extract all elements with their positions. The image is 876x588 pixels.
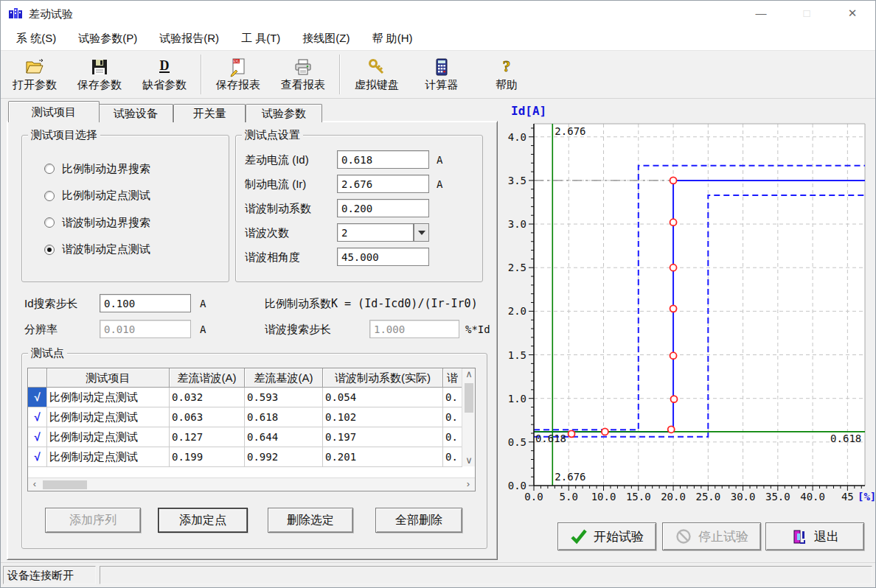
harmonic-step-input[interactable] (369, 320, 459, 338)
table-row[interactable]: √比例制动定点测试0.1270.6440.1970. (28, 427, 475, 447)
maximize-button[interactable]: □ (784, 1, 830, 27)
menu-bar: 系 统(S)试验参数(P)试验报告(R)工 具(T)接线图(Z)帮 助(H) (1, 27, 875, 51)
harmonic-order-select[interactable] (337, 223, 414, 242)
minimize-button[interactable]: — (738, 1, 784, 27)
table-cell[interactable]: 0. (443, 407, 462, 427)
id-step-input[interactable] (100, 294, 191, 312)
radio-option-4[interactable]: 谐波制动定点测试 (44, 243, 150, 256)
setting-input[interactable] (337, 150, 429, 169)
table-row[interactable]: √比例制动定点测试0.0320.5930.0540. (28, 388, 475, 407)
toolbar-button-1[interactable]: 打开参数 (2, 56, 67, 93)
table-cell[interactable]: 0.102 (323, 407, 443, 427)
table-cell[interactable]: 0. (443, 447, 462, 467)
table-row[interactable]: √比例制动定点测试0.1990.9920.2010. (28, 447, 475, 467)
resolution-row: 分辨率 A 谐波搜索步长 %*Id (1, 320, 496, 339)
differential-test-chart: 0.05.010.015.020.025.030.035.040.0450.00… (502, 102, 876, 513)
setting-input[interactable] (337, 199, 429, 217)
table-cell[interactable]: 0.201 (323, 447, 443, 467)
close-button[interactable]: ✕ (830, 1, 875, 27)
table-header-cell[interactable]: 测试项目 (47, 368, 170, 388)
tab-3[interactable]: 开关量 (173, 104, 246, 122)
scroll-thumb[interactable] (43, 480, 87, 489)
table-cell[interactable]: 0.197 (323, 427, 443, 447)
app-window: 差动试验 —□✕ 系 统(S)试验参数(P)试验报告(R)工 具(T)接线图(Z… (0, 0, 876, 588)
toolbar-button-6[interactable]: 虚拟键盘 (344, 56, 409, 93)
menu-item-4[interactable]: 工 具(T) (230, 32, 291, 46)
row-check-cell[interactable]: √ (28, 388, 47, 407)
resolution-input[interactable] (100, 320, 191, 338)
table-vertical-scrollbar[interactable]: ∧∨ (462, 368, 475, 466)
toolbar-button-label: 缺省参数 (142, 78, 187, 92)
row-check-cell[interactable]: √ (28, 447, 47, 467)
tab-2[interactable]: 试验设备 (98, 104, 173, 122)
setting-input[interactable] (337, 248, 429, 266)
table-cell[interactable]: 比例制动定点测试 (47, 388, 170, 407)
default-params-icon: D (154, 57, 175, 77)
table-cell[interactable]: 比例制动定点测试 (47, 427, 170, 447)
table-cell[interactable]: 0.199 (170, 447, 245, 467)
toolbar-button-7[interactable]: 计算器 (409, 56, 474, 93)
toolbar-separator (339, 55, 341, 94)
group-title: 测试点设置 (242, 128, 303, 142)
tab-4[interactable]: 试验参数 (246, 104, 322, 122)
toolbar-button-5[interactable]: 查看报表 (271, 56, 336, 93)
start-test-button[interactable]: 开始试验 (557, 522, 656, 550)
table-cell[interactable]: 0.063 (170, 407, 245, 427)
toolbar-button-8[interactable]: ?帮助 (474, 56, 539, 93)
radio-icon[interactable] (44, 164, 55, 174)
table-cell[interactable]: 0.593 (245, 388, 323, 407)
dropdown-button[interactable] (414, 223, 429, 242)
delete-selected-button[interactable]: 删除选定 (268, 508, 353, 533)
scroll-thumb[interactable] (465, 383, 473, 413)
toolbar-button-3[interactable]: D缺省参数 (132, 56, 197, 93)
stop-test-button[interactable]: 停止试验 (662, 522, 761, 550)
add-sequence-button[interactable]: 添加序列 (45, 508, 141, 533)
menu-item-1[interactable]: 系 统(S) (5, 32, 67, 46)
toolbar-button-4[interactable]: EXL保存报表 (206, 56, 271, 93)
radio-icon[interactable] (44, 191, 55, 201)
radio-option-2[interactable]: 比例制动定点测试 (44, 189, 150, 203)
table-cell[interactable]: 比例制动定点测试 (47, 407, 170, 427)
table-cell[interactable]: 比例制动定点测试 (47, 447, 170, 467)
chart-annotation: 2.676 (555, 471, 585, 483)
table-header-cell[interactable] (28, 368, 47, 388)
table-cell[interactable]: 0. (443, 388, 462, 407)
table-cell[interactable]: 0.618 (245, 407, 323, 427)
radio-icon[interactable] (44, 245, 55, 255)
scroll-left-icon[interactable]: ‹ (28, 478, 41, 490)
table-cell[interactable]: 0.644 (245, 427, 323, 447)
table-horizontal-scrollbar[interactable]: ‹› (28, 477, 475, 491)
table-cell[interactable]: 0.054 (323, 388, 443, 407)
table-header-cell[interactable]: 谐 (443, 368, 462, 388)
delete-all-button[interactable]: 全部删除 (375, 508, 462, 533)
setting-input[interactable] (337, 175, 429, 193)
toolbar-button-label: 保存参数 (77, 78, 122, 92)
add-point-button[interactable]: 添加定点 (158, 508, 248, 533)
menu-item-5[interactable]: 接线图(Z) (291, 32, 361, 46)
radio-option-1[interactable]: 比例制动边界搜索 (44, 162, 150, 175)
test-point-marker (668, 426, 675, 433)
table-header-cell[interactable]: 差流谐波(A) (170, 368, 245, 388)
radio-option-3[interactable]: 谐波制动边界搜索 (44, 216, 150, 229)
stop-icon (675, 528, 692, 545)
radio-icon[interactable] (44, 217, 55, 228)
table-cell[interactable]: 0.032 (170, 388, 245, 407)
menu-item-6[interactable]: 帮 助(H) (361, 32, 423, 46)
table-header-cell[interactable]: 谐波制动系数(实际) (323, 368, 443, 388)
y-tick-label: 2.5 (508, 262, 526, 273)
table-row[interactable]: √比例制动定点测试0.0630.6180.1020. (28, 407, 475, 427)
scroll-right-icon[interactable]: › (462, 478, 475, 490)
toolbar-button-2[interactable]: 保存参数 (67, 56, 132, 93)
table-header-cell[interactable]: 差流基波(A) (245, 368, 323, 388)
tab-1[interactable]: 测试项目 (8, 101, 100, 122)
scroll-down-icon[interactable]: ∨ (462, 455, 476, 466)
row-check-cell[interactable]: √ (28, 407, 47, 427)
row-check-cell[interactable]: √ (28, 427, 47, 447)
menu-item-2[interactable]: 试验参数(P) (67, 32, 148, 46)
table-cell[interactable]: 0.992 (245, 447, 323, 467)
table-cell[interactable]: 0.127 (170, 427, 245, 447)
table-cell[interactable]: 0. (443, 427, 462, 447)
menu-item-3[interactable]: 试验报告(R) (148, 32, 230, 46)
scroll-up-icon[interactable]: ∧ (462, 368, 476, 380)
exit-button[interactable]: 退出 (765, 522, 864, 550)
